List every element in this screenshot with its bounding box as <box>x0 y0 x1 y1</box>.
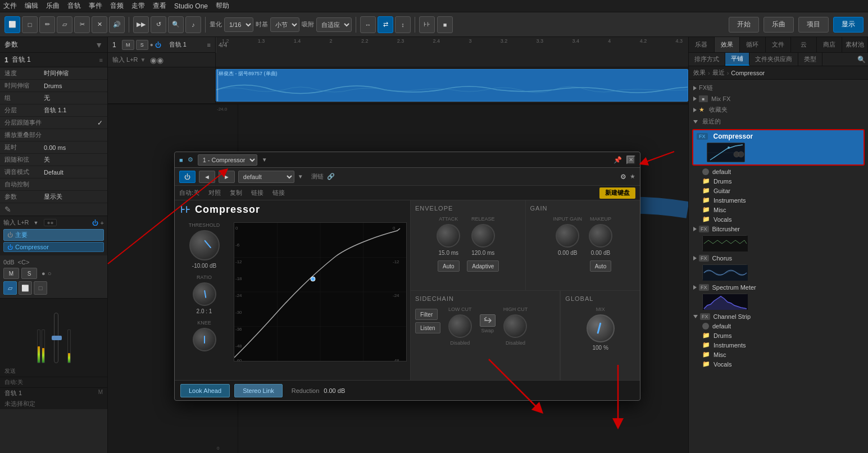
range-tool-btn[interactable]: □ <box>22 16 38 33</box>
tab-pool[interactable]: 素材池 <box>842 37 868 52</box>
folder-drums[interactable]: 📁 Drums <box>689 176 868 186</box>
makeup-knob[interactable] <box>589 224 612 248</box>
swap-btn[interactable] <box>480 314 496 327</box>
tab-effects[interactable]: 效果 <box>715 37 740 52</box>
left-track-expand-icon[interactable]: ≡ <box>99 57 103 63</box>
project-btn[interactable]: 项目 <box>798 17 829 33</box>
attack-knob[interactable] <box>437 224 460 248</box>
fx-category-fxchain[interactable]: FX链 <box>689 82 868 94</box>
quantize-select[interactable]: 1/16 <box>224 17 253 32</box>
tab-loop[interactable]: 循环 <box>740 37 766 52</box>
tab-file[interactable]: 文件 <box>766 37 792 52</box>
action-compare[interactable]: 对照 <box>208 189 221 197</box>
search-icon[interactable]: 🔍 <box>857 56 866 63</box>
new-keyboard-btn[interactable]: 新建键盘 <box>599 187 635 199</box>
plugin-next-btn[interactable]: ► <box>219 171 235 183</box>
subtab-sort[interactable]: 排序方式 <box>689 53 725 66</box>
track-s-btn[interactable]: S <box>136 40 148 50</box>
plugin-prev-btn[interactable]: ◄ <box>199 171 215 183</box>
folder2-misc[interactable]: 📁 Misc <box>689 350 868 359</box>
plugin-star-icon[interactable]: ★ <box>630 173 635 180</box>
view-btn-2[interactable]: ⇄ <box>378 16 393 33</box>
zoom-btn[interactable]: 🔍 <box>168 16 184 33</box>
select-tool-btn[interactable]: ⬜ <box>4 16 20 33</box>
erase-tool-btn[interactable]: ▱ <box>57 16 72 33</box>
select-tool-edit[interactable]: □ <box>34 281 47 295</box>
view-btn-3[interactable]: ↕ <box>395 16 411 33</box>
fx-category-recent[interactable]: 最近的 <box>689 116 868 127</box>
track-power-icon[interactable]: ⏻ <box>155 42 161 48</box>
menu-audio[interactable]: 音频 <box>110 1 124 11</box>
play-btn[interactable]: ▶▶ <box>133 16 149 33</box>
display-btn[interactable]: 显示 <box>833 17 864 33</box>
insert-power-icon[interactable]: ⏻ <box>92 219 98 226</box>
action-link2[interactable]: 链接 <box>272 189 285 197</box>
insert-main-item[interactable]: ⏻ 主要 <box>3 229 104 241</box>
fx-category-chorus[interactable]: FX Chorus <box>689 253 868 263</box>
folder-misc[interactable]: 📁 Misc <box>689 205 868 214</box>
layout-btn[interactable]: ■ <box>437 16 453 33</box>
plugin-power-btn[interactable]: ⏻ <box>179 171 196 183</box>
audio-clip[interactable]: 林俊杰 - 据号89757 (单曲) <box>216 69 688 102</box>
stereo-link-btn[interactable]: Stereo Link <box>234 384 283 397</box>
plugin-close-btn[interactable]: ✕ <box>626 155 635 164</box>
release-knob[interactable] <box>471 224 495 248</box>
menu-view[interactable]: 查看 <box>153 1 166 11</box>
preset2-default[interactable]: default <box>689 322 868 331</box>
menu-transport[interactable]: 走带 <box>131 1 145 11</box>
compressor-fx-item[interactable]: FX Compressor <box>696 131 861 141</box>
listen-tool-btn[interactable]: 🔊 <box>109 16 125 33</box>
tempo-btn[interactable]: ♪ <box>185 16 201 33</box>
plugin-link-icon[interactable]: 🔗 <box>327 173 335 180</box>
grid-btn[interactable]: ⊦⊦ <box>419 16 435 33</box>
menu-event[interactable]: 事件 <box>89 1 102 11</box>
tab-cloud[interactable]: 云 <box>791 37 817 52</box>
track-expand-icon[interactable]: ≡ <box>207 42 211 48</box>
fx-category-spectrum[interactable]: FX Spectrum Meter <box>689 282 868 292</box>
preset-default[interactable]: default <box>689 167 868 176</box>
loop-btn[interactable]: ↺ <box>151 16 166 33</box>
pointer-tool-edit[interactable]: ⬜ <box>19 281 32 295</box>
input-gain-knob[interactable] <box>556 224 579 248</box>
insert-add-icon[interactable]: + <box>101 219 104 226</box>
fx-category-mixfx[interactable]: ■ Mix FX <box>689 94 868 104</box>
folder-instruments[interactable]: 📁 Instruments <box>689 195 868 205</box>
snap-select[interactable]: 自适应 <box>316 17 352 32</box>
cut-tool-btn[interactable]: ✂ <box>74 16 90 33</box>
tab-instruments[interactable]: 乐器 <box>689 37 715 52</box>
plugin-chain-icon[interactable]: ■ <box>179 157 183 163</box>
cursor-tool-edit[interactable]: ▱ <box>3 281 17 295</box>
compressor-insert-item[interactable]: ⏻ Compressor <box>3 242 104 252</box>
threshold-knob[interactable] <box>189 230 220 260</box>
tab-shop[interactable]: 商店 <box>817 37 843 52</box>
plugin-preset-select[interactable]: default <box>238 171 294 183</box>
look-ahead-btn[interactable]: Look Ahead <box>180 384 230 397</box>
subtab-tile[interactable]: 平铺 <box>725 53 749 66</box>
fx-category-channelstrip[interactable]: FX Channel Strip <box>689 312 868 322</box>
menu-song[interactable]: 乐曲 <box>46 1 60 11</box>
makeup-auto-btn[interactable]: Auto <box>590 260 612 272</box>
input-dropdown-icon[interactable]: ▼ <box>140 57 146 63</box>
menu-file[interactable]: 文件 <box>3 1 17 11</box>
fx-category-bitcrusher[interactable]: FX Bitcrusher <box>689 224 868 234</box>
plugin-preset-dropdown-icon[interactable]: ▼ <box>298 173 303 180</box>
fader-thumb[interactable] <box>52 336 62 340</box>
folder-vocals[interactable]: 📁 Vocals <box>689 214 868 224</box>
subtab-type[interactable]: 类型 <box>798 53 822 66</box>
folder2-instruments[interactable]: 📁 Instruments <box>689 340 868 350</box>
attack-auto-btn[interactable]: Auto <box>438 260 460 272</box>
breadcrumb-recent[interactable]: 最近 <box>712 68 725 77</box>
ratio-knob[interactable] <box>193 282 216 306</box>
mix-knob[interactable] <box>587 314 615 342</box>
mute-tool-btn[interactable]: ✕ <box>92 16 107 33</box>
timebase-select[interactable]: 小节 <box>270 17 299 32</box>
release-adaptive-btn[interactable]: Adaptive <box>467 260 499 272</box>
listen-btn[interactable]: Listen <box>415 322 440 333</box>
plugin-dropdown-icon[interactable]: ▼ <box>262 157 267 163</box>
high-cut-knob[interactable] <box>503 314 527 338</box>
channel-mute-btn[interactable]: M <box>3 268 19 279</box>
action-auto[interactable]: 自动:关 <box>179 189 199 197</box>
view-btn-1[interactable]: ↔ <box>360 16 376 33</box>
track-m-btn[interactable]: M <box>122 40 134 50</box>
menu-edit[interactable]: 编辑 <box>25 1 38 11</box>
